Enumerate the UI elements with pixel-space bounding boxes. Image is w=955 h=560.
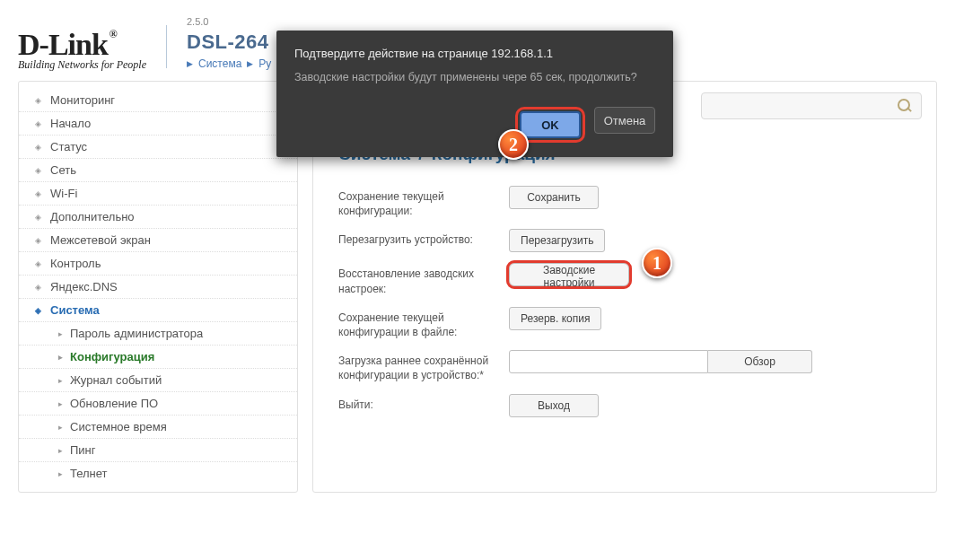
sidebar-item-advanced[interactable]: ◈Дополнительно — [19, 206, 297, 229]
bullet-icon: ◈ — [35, 119, 41, 128]
bullet-icon: ◈ — [35, 189, 41, 198]
label-factory-reset: Восстановление заводских настроек: — [338, 263, 509, 295]
bullet-icon: ◈ — [35, 236, 41, 245]
cancel-button[interactable]: Отмена — [594, 107, 655, 134]
search-input[interactable] — [701, 92, 922, 119]
caret-right-icon: ▸ — [58, 399, 63, 408]
search-icon — [898, 99, 912, 113]
breadcrumb-system[interactable]: Система — [198, 57, 241, 70]
exit-button[interactable]: Выход — [509, 394, 599, 417]
registered-icon: ® — [110, 28, 117, 41]
brand-logo: D-Link ® Building Networks for People — [18, 28, 146, 72]
dialog-title: Подтвердите действие на странице 192.168… — [294, 47, 655, 60]
browse-button[interactable]: Обзор — [708, 350, 812, 373]
sidebar-sub-telnet[interactable]: ▸Телнет — [19, 462, 297, 485]
sidebar-sub-configuration[interactable]: ▸Конфигурация — [19, 346, 297, 369]
logo-text: D-Link — [18, 28, 108, 62]
caret-right-icon: ▸ — [58, 353, 63, 362]
bullet-icon: ◈ — [35, 166, 41, 175]
device-model: DSL-264 — [187, 31, 271, 54]
sidebar-sub-system-time[interactable]: ▸Системное время — [19, 416, 297, 439]
bullet-icon: ◈ — [35, 213, 41, 222]
bullet-icon: ◈ — [35, 306, 41, 315]
label-backup: Сохранение текущей конфигурации в файле: — [338, 307, 509, 339]
chevron-right-icon: ▶ — [247, 59, 253, 68]
restore-file-input[interactable] — [509, 350, 708, 373]
sidebar-sub-event-log[interactable]: ▸Журнал событий — [19, 369, 297, 392]
save-button[interactable]: Сохранить — [509, 186, 599, 209]
sidebar-sub-firmware-update[interactable]: ▸Обновление ПО — [19, 392, 297, 416]
sidebar-item-control[interactable]: ◈Контроль — [19, 252, 297, 276]
bullet-icon: ◈ — [35, 96, 41, 105]
label-exit: Выйти: — [338, 394, 509, 412]
breadcrumb-lang[interactable]: Ру — [258, 57, 271, 70]
sidebar-sub-admin-password[interactable]: ▸Пароль администратора — [19, 322, 297, 346]
reboot-button[interactable]: Перезагрузить — [509, 229, 605, 252]
caret-right-icon: ▸ — [58, 423, 63, 432]
sidebar-item-status[interactable]: ◈Статус — [19, 136, 297, 159]
sidebar-sub-ping[interactable]: ▸Пинг — [19, 439, 297, 462]
bullet-icon: ◈ — [35, 143, 41, 152]
label-save-config: Сохранение текущей конфигурации: — [338, 186, 509, 218]
sidebar-item-firewall[interactable]: ◈Межсетевой экран — [19, 229, 297, 252]
divider — [166, 25, 167, 68]
caret-right-icon: ▸ — [58, 446, 63, 455]
sidebar-item-network[interactable]: ◈Сеть — [19, 159, 297, 182]
annotation-step-2: 2 — [498, 129, 529, 160]
sidebar-item-start[interactable]: ◈Начало — [19, 112, 297, 136]
sidebar-item-monitoring[interactable]: ◈Мониторинг — [19, 89, 297, 112]
sidebar-nav: ◈Мониторинг ◈Начало ◈Статус ◈Сеть ◈Wi-Fi… — [18, 81, 298, 493]
confirm-dialog: Подтвердите действие на странице 192.168… — [276, 31, 673, 157]
firmware-version: 2.5.0 — [187, 16, 271, 27]
bullet-icon: ◈ — [35, 259, 41, 268]
chevron-right-icon: ▶ — [187, 59, 193, 68]
sidebar-item-yandex-dns[interactable]: ◈Яндекс.DNS — [19, 276, 297, 299]
annotation-step-1: 1 — [642, 248, 672, 278]
bullet-icon: ◈ — [35, 283, 41, 292]
caret-right-icon: ▸ — [58, 376, 63, 385]
sidebar-item-wifi[interactable]: ◈Wi-Fi — [19, 182, 297, 206]
logo-tagline: Building Networks for People — [18, 58, 146, 72]
label-restore: Загрузка раннее сохранённой конфигурации… — [338, 350, 509, 382]
dialog-message: Заводские настройки будут применены чере… — [294, 71, 655, 83]
factory-reset-button[interactable]: Заводские настройки — [509, 263, 629, 286]
caret-right-icon: ▸ — [58, 469, 63, 478]
ok-button[interactable]: OK — [520, 111, 581, 138]
breadcrumb: ▶ Система ▶ Ру — [187, 57, 271, 70]
caret-right-icon: ▸ — [58, 329, 63, 338]
sidebar-item-system[interactable]: ◈Система — [19, 299, 297, 322]
backup-button[interactable]: Резерв. копия — [509, 307, 601, 330]
label-reboot: Перезагрузить устройство: — [338, 229, 509, 247]
